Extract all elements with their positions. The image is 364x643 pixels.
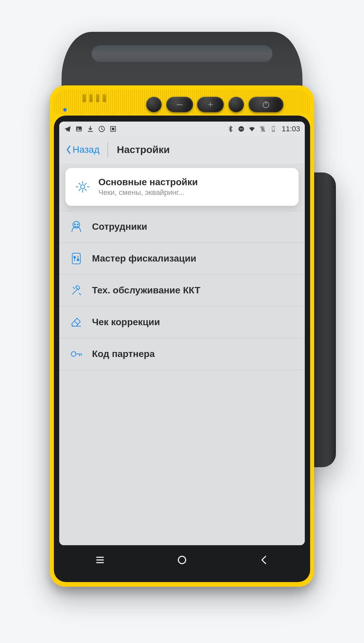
svg-line-22 <box>74 321 78 324</box>
pos-device: − + <box>38 32 326 587</box>
svg-rect-17 <box>72 253 80 264</box>
settings-list: Основные настройки Чеки, смены, эквайрин… <box>59 163 305 545</box>
menu-icon <box>94 554 106 566</box>
settings-item-title: Чек коррекции <box>92 317 160 328</box>
hardware-plus-button[interactable]: + <box>197 97 224 112</box>
nav-home-button[interactable] <box>176 554 188 567</box>
header-separator <box>107 142 108 157</box>
sliders-icon <box>69 252 83 266</box>
android-nav-bar <box>59 545 305 576</box>
screen-bezel: 11:03 Назад Настройки <box>54 116 310 582</box>
no-sim-icon <box>259 125 266 133</box>
svg-point-20 <box>74 257 76 258</box>
clock-icon <box>98 125 105 133</box>
chevron-left-icon <box>66 145 71 154</box>
settings-item-title: Мастер фискализации <box>92 253 196 264</box>
settings-item-subtitle: Чеки, смены, эквайринг... <box>98 188 198 197</box>
svg-rect-6 <box>112 128 114 130</box>
eraser-icon <box>69 315 83 329</box>
svg-point-3 <box>77 128 79 129</box>
battery-icon <box>270 125 277 133</box>
settings-item-title: Сотрудники <box>92 221 147 232</box>
chevron-left-icon <box>258 554 270 566</box>
tools-icon <box>69 283 83 297</box>
key-icon <box>69 347 83 361</box>
settings-item-title: Основные настройки <box>98 177 198 188</box>
wifi-icon <box>248 125 256 133</box>
back-button[interactable]: Назад <box>66 144 107 155</box>
svg-rect-12 <box>272 130 274 132</box>
hardware-round-button-1[interactable] <box>146 97 162 112</box>
hardware-power-button[interactable] <box>249 97 283 112</box>
android-status-bar: 11:03 <box>59 122 305 136</box>
settings-item-employees[interactable]: Сотрудники <box>59 211 305 242</box>
hardware-round-button-2[interactable] <box>229 97 244 112</box>
settings-item-title: Код партнера <box>92 349 155 359</box>
touchscreen: 11:03 Назад Настройки <box>59 122 305 545</box>
settings-item-maintenance[interactable]: Тех. обслуживание ККТ <box>59 274 305 306</box>
back-label: Назад <box>73 144 99 155</box>
svg-point-23 <box>71 352 76 356</box>
settings-item-partner-code[interactable]: Код партнера <box>59 338 305 370</box>
app-header: Назад Настройки <box>59 136 305 163</box>
svg-rect-8 <box>240 129 243 129</box>
hardware-minus-button[interactable]: − <box>166 97 193 112</box>
page-title: Настройки <box>117 144 170 155</box>
device-top-panel: − + <box>54 90 310 114</box>
user-smile-icon <box>69 220 83 234</box>
gear-icon <box>76 180 90 194</box>
nav-back-button[interactable] <box>258 554 270 567</box>
svg-point-13 <box>81 185 85 189</box>
settings-item-title: Тех. обслуживание ККТ <box>92 285 200 296</box>
circle-icon <box>176 554 188 566</box>
power-icon <box>262 100 270 109</box>
minus-icon: − <box>176 98 183 111</box>
square-icon <box>109 125 117 133</box>
plus-icon: + <box>207 99 213 110</box>
settings-item-correction-receipt[interactable]: Чек коррекции <box>59 306 305 338</box>
svg-point-30 <box>178 556 186 564</box>
settings-item-main[interactable]: Основные настройки Чеки, смены, эквайрин… <box>65 168 299 206</box>
dnd-icon <box>238 125 245 133</box>
telegram-icon <box>64 125 71 133</box>
device-body: − + <box>50 85 314 587</box>
indicator-leds <box>83 94 106 102</box>
svg-point-16 <box>77 224 78 225</box>
svg-rect-11 <box>273 126 274 127</box>
svg-point-21 <box>77 259 79 261</box>
settings-item-fiscal-wizard[interactable]: Мастер фискализации <box>59 242 305 274</box>
status-clock: 11:03 <box>282 125 300 133</box>
svg-point-15 <box>75 224 76 225</box>
bluetooth-icon <box>227 125 234 133</box>
gallery-icon <box>75 125 83 133</box>
download-icon <box>87 125 94 133</box>
nav-recent-button[interactable] <box>94 554 106 567</box>
status-led <box>63 108 67 112</box>
page-frame: − + <box>8 12 356 631</box>
